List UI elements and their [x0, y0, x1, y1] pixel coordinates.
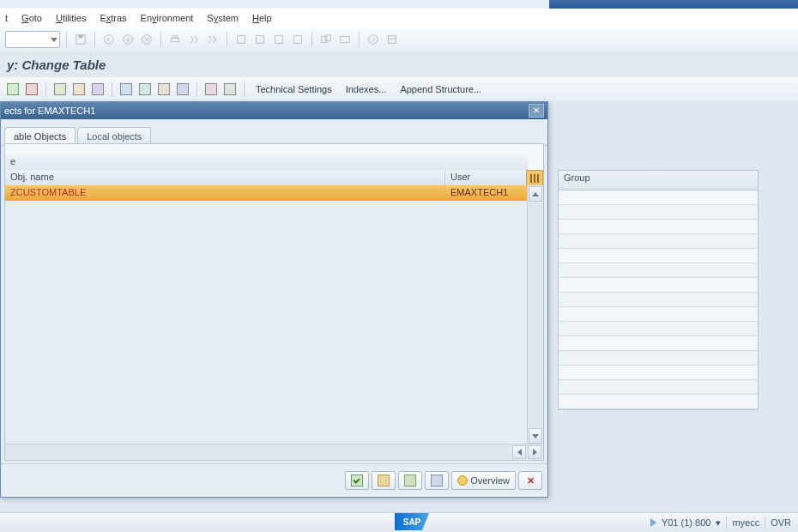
tab-local-objects[interactable]: Local objects	[77, 127, 151, 145]
confirm-button[interactable]	[345, 471, 369, 490]
separator	[94, 32, 95, 47]
next-page-icon[interactable]	[271, 32, 287, 47]
dialog-titlebar[interactable]: ects for EMAXTECH1 ✕	[1, 102, 547, 119]
list-icon[interactable]	[222, 82, 238, 97]
append-structure-button[interactable]: Append Structure...	[395, 84, 487, 94]
prev-page-icon[interactable]	[252, 32, 268, 47]
menu-item-first[interactable]: t	[5, 13, 8, 23]
table-row	[559, 205, 758, 220]
display-icon	[431, 475, 443, 487]
layout-icon[interactable]	[384, 32, 400, 47]
command-field[interactable]	[5, 31, 60, 48]
find-icon[interactable]	[186, 32, 202, 47]
back-icon[interactable]	[101, 32, 117, 47]
separator	[359, 32, 360, 47]
cancel-button[interactable]: ✕	[518, 471, 542, 490]
own-requests-button[interactable]	[372, 471, 396, 490]
scroll-right-button[interactable]	[528, 445, 541, 459]
hierarchy-icon[interactable]	[118, 82, 134, 97]
scroll-down-button[interactable]	[529, 428, 542, 444]
sort-icon[interactable]	[137, 82, 153, 97]
exit-icon[interactable]	[120, 32, 136, 47]
cancel-icon[interactable]	[139, 32, 154, 47]
svg-rect-13	[341, 37, 350, 43]
separator	[244, 82, 245, 97]
where-used-icon[interactable]	[71, 82, 87, 97]
indexes-button[interactable]: Indexes...	[341, 84, 392, 94]
grid-empty-area	[5, 201, 528, 444]
svg-rect-10	[294, 36, 302, 44]
dialog-close-button[interactable]: ✕	[529, 104, 544, 118]
menu-item-extras[interactable]: Extras	[100, 13, 126, 23]
work-area: Group ects for EMAXTECH1 ✕ able Ob	[0, 101, 798, 513]
display-button[interactable]	[425, 471, 449, 490]
background-group-table: Group	[558, 170, 759, 410]
separator	[45, 82, 46, 97]
table-row	[559, 293, 758, 307]
shortcut-icon[interactable]	[337, 32, 353, 47]
separator	[765, 517, 765, 529]
check-icon[interactable]	[5, 82, 21, 97]
column-header-obj-name[interactable]: Obj. name	[5, 170, 445, 185]
save-icon[interactable]	[73, 32, 88, 47]
cell-user[interactable]: EMAXTECH1	[445, 185, 528, 201]
graphic-icon[interactable]	[203, 82, 219, 97]
cell-obj-name[interactable]: ZCUSTOMTABLE	[5, 185, 445, 201]
folder-icon	[378, 475, 390, 487]
overview-button[interactable]: Overview	[451, 471, 516, 490]
menu-item-goto[interactable]: GGotooto	[21, 13, 42, 23]
overview-label: Overview	[470, 475, 510, 486]
info-icon[interactable]	[175, 82, 190, 97]
status-mode: OVR	[771, 517, 791, 528]
separator	[66, 32, 67, 47]
grid-header-row: Obj. name User	[5, 170, 528, 186]
table-row	[559, 278, 758, 293]
technical-settings-button[interactable]: Technical Settings	[251, 84, 337, 94]
page-title-text: y: Change Table	[7, 57, 106, 72]
message-indicator-icon[interactable]	[650, 518, 656, 527]
horizontal-scrollbar[interactable]	[5, 444, 543, 460]
table-row	[559, 351, 758, 366]
new-session-icon[interactable]	[318, 32, 334, 47]
vertical-scrollbar[interactable]	[527, 185, 543, 444]
menu-item-utilities[interactable]: Utilities	[56, 13, 86, 23]
status-system-dropdown[interactable]: ▾	[716, 517, 721, 529]
app-toolbar: Technical Settings Indexes... Append Str…	[0, 77, 798, 102]
svg-rect-11	[322, 37, 327, 43]
table-config-button[interactable]	[526, 170, 543, 187]
table-row	[559, 322, 758, 336]
status-system: Y01 (1) 800	[662, 517, 710, 528]
column-header-user[interactable]: User	[445, 170, 528, 185]
help-icon[interactable]: ?	[366, 32, 381, 47]
display-icon[interactable]	[52, 82, 68, 97]
document-icon	[404, 475, 416, 487]
menu-item-system[interactable]: System	[207, 13, 239, 23]
separator	[160, 32, 161, 47]
page-title: y: Change Table	[0, 51, 798, 78]
scroll-up-button[interactable]	[529, 186, 542, 202]
create-request-button[interactable]	[398, 471, 422, 490]
print-icon[interactable]	[167, 32, 183, 47]
svg-rect-12	[325, 35, 330, 41]
last-page-icon[interactable]	[290, 32, 305, 47]
separator	[227, 32, 227, 47]
table-row	[559, 307, 758, 322]
scroll-track[interactable]	[528, 203, 543, 427]
table-row[interactable]: ZCUSTOMTABLE EMAXTECH1	[5, 185, 528, 202]
separator	[196, 82, 197, 97]
edit-icon[interactable]	[90, 82, 106, 97]
status-server: myecc	[732, 517, 759, 528]
table-row	[559, 336, 758, 351]
first-page-icon[interactable]	[233, 32, 249, 47]
svg-rect-5	[172, 38, 179, 41]
scroll-left-button[interactable]	[512, 445, 526, 459]
menu-item-environment[interactable]: Environment	[141, 13, 194, 23]
table-row	[559, 249, 758, 263]
activate-icon[interactable]	[24, 82, 39, 97]
find-next-icon[interactable]	[205, 32, 221, 47]
dialog-tabstrip: able Objects Local objects	[1, 119, 547, 146]
filter-icon[interactable]	[156, 82, 172, 97]
menu-item-help[interactable]: Help	[252, 13, 272, 23]
table-row	[559, 190, 758, 205]
svg-rect-7	[238, 36, 245, 44]
